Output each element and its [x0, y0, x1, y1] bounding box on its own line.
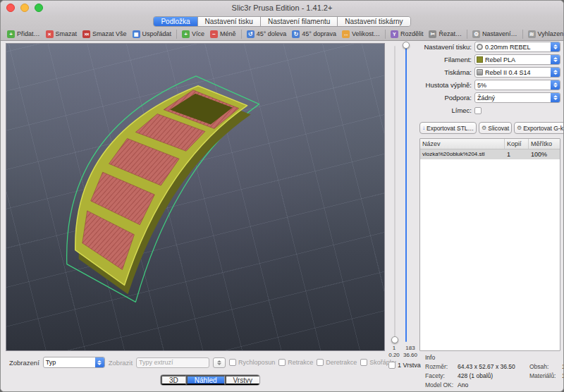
layer-slider-min-track[interactable] [394, 46, 396, 342]
arrange-button[interactable]: Uspořádat [130, 29, 175, 39]
export-stl-label: Exportovat STL… [427, 125, 474, 132]
facets-value: 428 (1 obalů) [458, 372, 529, 379]
close-window-button[interactable] [6, 4, 15, 12]
toolbar-separator [467, 30, 467, 39]
print-settings-label: Nastavení tisku: [419, 43, 474, 51]
dropdown-arrows-icon [551, 93, 560, 102]
window-title: Slic3r Prusa Edition - 1.41.2+ [1, 4, 563, 12]
view-type-select[interactable]: Typ [43, 357, 105, 368]
view-label: Zobrazení [9, 359, 39, 367]
window-controls [6, 4, 43, 12]
size-value: 64.43 x 52.67 x 36.50 [458, 363, 529, 370]
unretractions-label: Deretrakce [326, 359, 357, 366]
tab-print-settings[interactable]: Nastavení tisku [198, 17, 261, 26]
object-settings-button[interactable]: Nastavení… [470, 29, 520, 39]
action-buttons: ↓ Exportovat STL… ⚙ Slicovat ⚙ Exportova… [419, 122, 560, 134]
mode-preview-tab[interactable]: Náhled [186, 375, 225, 385]
table-row[interactable]: vlozka%20obluk%204.stl 1 100% [420, 149, 560, 159]
add-button[interactable]: Přidat… [4, 29, 43, 39]
layer-slider-max-knob[interactable] [403, 42, 410, 49]
header-scale: Měřítko [529, 139, 560, 149]
minimize-window-button[interactable] [20, 4, 29, 12]
split-button[interactable]: Rozdělit [388, 29, 427, 39]
size-label: Rozměr: [425, 363, 458, 370]
toolbar: Přidat… Smazat Smazat Vše Uspořádat Více… [1, 27, 563, 41]
layer-smoothing-label: Vyhlazení vrstev [538, 30, 564, 37]
view-mode-tabs: 3D Náhled Vrstvy [160, 374, 260, 386]
printer-label: Tiskárna: [419, 68, 474, 76]
rotate-left-icon [247, 30, 255, 38]
tab-filament-settings[interactable]: Nastavení filamentu [261, 17, 338, 26]
single-layer-checkbox[interactable] [388, 362, 396, 369]
scale-label: Velikost… [352, 30, 380, 37]
infill-density-value: 5% [475, 82, 551, 89]
layer-smoothing-icon [528, 30, 536, 38]
layer-slider-max-track[interactable] [405, 46, 407, 342]
tab-printer-settings[interactable]: Nastavení tiskárny [338, 17, 410, 26]
extrusion-types-input[interactable] [136, 357, 209, 368]
more-copies-button[interactable]: Více [179, 29, 207, 39]
settings-icon [472, 30, 480, 38]
object-list-table: Název Kopií Měřítko vlozka%20obluk%204.s… [419, 138, 560, 351]
dropdown-arrows-icon [551, 68, 560, 77]
cut-button[interactable]: Řezat… [426, 29, 465, 39]
cut-label: Řezat… [439, 30, 462, 37]
info-title: Info [425, 354, 564, 361]
rotate-right-label: 45° doprava [302, 30, 336, 37]
max-z-value: 36.60 [402, 352, 419, 358]
dropdown-arrows-icon [551, 80, 560, 90]
toolbar-separator [176, 30, 177, 39]
tab-bar: Podložka Nastavení tisku Nastavení filam… [1, 15, 563, 27]
support-select[interactable]: Žádný [474, 92, 560, 103]
export-gcode-button[interactable]: ⚙ Exportovat G-kód… [514, 122, 564, 134]
show-label: Zobrazit [109, 359, 133, 367]
shells-checkbox[interactable] [360, 359, 367, 366]
mode-layers-tab[interactable]: Vrstvy [225, 375, 259, 385]
retractions-checkbox[interactable] [278, 359, 286, 366]
delete-button[interactable]: Smazat [43, 29, 80, 39]
printer-select[interactable]: Rebel II 0.4 S14 [474, 67, 560, 78]
export-stl-icon: ↓ [422, 125, 425, 131]
infill-density-select[interactable]: 5% [474, 80, 560, 90]
export-gcode-label: Exportovat G-kód… [523, 125, 564, 132]
add-icon [7, 30, 15, 38]
fewer-copies-button[interactable]: Méně [207, 29, 239, 39]
3d-preview-viewport[interactable] [6, 43, 385, 351]
arrange-label: Uspořádat [142, 30, 172, 37]
mode-3d-tab[interactable]: 3D [161, 375, 186, 385]
volume-label: Obsah: [529, 363, 562, 370]
travel-label: Rychloposun [238, 359, 275, 366]
rotate-right-button[interactable]: 45° doprava [289, 29, 339, 39]
rotate-right-icon [292, 30, 300, 38]
model-ok-label: Model OK: [425, 381, 458, 388]
gear-icon: ⚙ [517, 125, 522, 131]
min-z-value: 0.20 [386, 352, 402, 358]
delete-all-label: Smazat Vše [92, 30, 127, 37]
delete-all-button[interactable]: Smazat Vše [80, 29, 130, 39]
slice-button[interactable]: ⚙ Slicovat [479, 122, 512, 134]
brim-checkbox[interactable] [474, 107, 482, 114]
filament-select[interactable]: Rebel PLA [474, 54, 560, 65]
scale-button[interactable]: Velikost… [339, 29, 383, 39]
toolbar-separator [385, 30, 386, 39]
tab-plater[interactable]: Podložka [154, 17, 197, 26]
scale-icon [342, 30, 350, 38]
unretractions-checkbox[interactable] [317, 359, 324, 366]
layer-smoothing-button[interactable]: Vyhlazení vrstev [525, 29, 564, 39]
sliced-model-preview [6, 44, 384, 350]
travel-checkbox[interactable] [229, 359, 236, 366]
view-type-value: Typ [44, 359, 95, 366]
layer-slider-min-knob[interactable] [391, 336, 398, 343]
dropdown-arrows-icon [551, 42, 560, 51]
header-name: Název [420, 139, 505, 149]
split-label: Rozdělit [400, 30, 424, 37]
toolbar-separator [241, 30, 242, 39]
export-stl-button[interactable]: ↓ Exportovat STL… [419, 122, 477, 134]
gear-icon: ⚙ [482, 125, 486, 131]
print-settings-select[interactable]: 0.20mm REBEL [474, 42, 560, 52]
extrusion-types-dropdown[interactable] [213, 357, 226, 368]
rotate-left-button[interactable]: 45° doleva [244, 29, 290, 39]
support-label: Podpora: [419, 94, 474, 102]
dropdown-arrows-icon [95, 357, 104, 367]
zoom-window-button[interactable] [35, 4, 43, 12]
